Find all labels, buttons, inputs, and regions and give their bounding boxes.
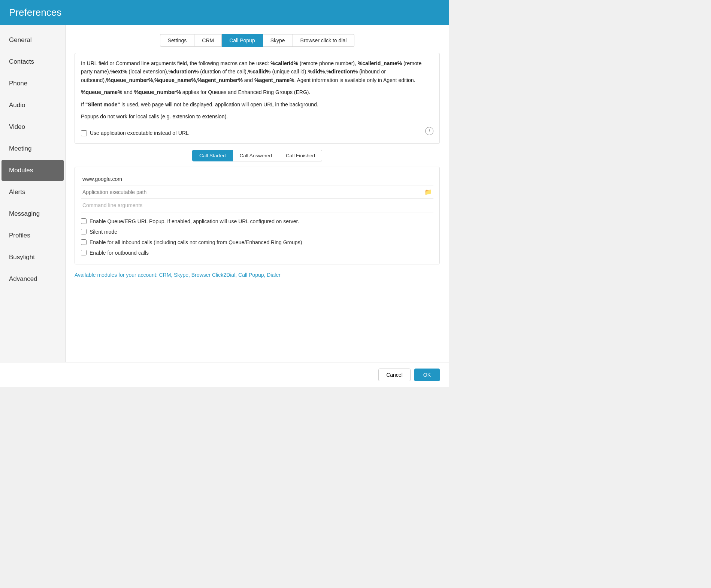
cmd-args-input[interactable] — [81, 199, 433, 211]
sidebar-item-contacts[interactable]: Contacts — [1, 51, 64, 72]
silent-mode-option: Silent mode — [81, 227, 433, 237]
enable-queue-checkbox[interactable] — [81, 218, 87, 224]
bottom-actions: Cancel OK — [0, 362, 449, 387]
enable-outbound-checkbox[interactable] — [81, 250, 87, 255]
sidebar-item-alerts[interactable]: Alerts — [1, 182, 64, 203]
sidebar-item-profiles[interactable]: Profiles — [1, 225, 64, 246]
enable-inbound-label: Enable for all inbound calls (including … — [90, 239, 302, 245]
sidebar-item-busylight[interactable]: Busylight — [1, 247, 64, 268]
info-para1: In URL field or Command line arguments f… — [81, 59, 433, 84]
sidebar-item-messaging[interactable]: Messaging — [1, 203, 64, 224]
inner-tab-callanswered[interactable]: Call Answered — [233, 150, 279, 161]
use-app-exe-checkbox[interactable] — [81, 130, 87, 136]
tab-crm[interactable]: CRM — [194, 34, 222, 47]
call-popup-form: 📁 Enable Queue/ERG URL Popup. If enabled… — [75, 167, 440, 264]
enable-outbound-option: Enable for outbound calls — [81, 248, 433, 258]
main-tab-bar: Settings CRM Call Popup Skype Browser cl… — [75, 34, 440, 47]
silent-mode-checkbox[interactable] — [81, 229, 87, 234]
inner-tab-bar: Call Started Call Answered Call Finished — [75, 150, 440, 161]
sidebar-item-advanced[interactable]: Advanced — [1, 269, 64, 290]
info-para2: %queue_name% and %queue_number% applies … — [81, 88, 433, 96]
sidebar-item-audio[interactable]: Audio — [1, 95, 64, 116]
enable-outbound-label: Enable for outbound calls — [90, 250, 149, 256]
inner-tab-callfinished[interactable]: Call Finished — [279, 150, 322, 161]
tab-callpopup[interactable]: Call Popup — [222, 34, 263, 47]
use-app-exe-row: Use application executable instead of UR… — [81, 129, 425, 137]
app-exe-row: 📁 — [81, 186, 433, 198]
cancel-button[interactable]: Cancel — [378, 369, 411, 381]
enable-queue-option: Enable Queue/ERG URL Popup. If enabled, … — [81, 216, 433, 227]
page-title: Preferences — [9, 7, 61, 18]
sidebar: General Contacts Phone Audio Video Meeti… — [0, 25, 66, 362]
sidebar-item-video[interactable]: Video — [1, 116, 64, 137]
sidebar-item-meeting[interactable]: Meeting — [1, 138, 64, 159]
ok-button[interactable]: OK — [414, 369, 440, 381]
info-para4: Popups do not work for local calls (e.g.… — [81, 112, 433, 121]
available-modules: Available modules for your account: CRM,… — [75, 272, 440, 278]
enable-inbound-option: Enable for all inbound calls (including … — [81, 237, 433, 248]
url-input[interactable] — [81, 173, 433, 185]
content-area: Settings CRM Call Popup Skype Browser cl… — [66, 25, 449, 362]
sidebar-item-phone[interactable]: Phone — [1, 73, 64, 94]
tab-browserclick[interactable]: Browser click to dial — [293, 34, 355, 47]
sidebar-item-general[interactable]: General — [1, 30, 64, 51]
enable-inbound-checkbox[interactable] — [81, 239, 87, 245]
info-para3: If "Silent mode" is used, web page will … — [81, 100, 433, 109]
silent-mode-label: Silent mode — [90, 229, 117, 235]
app-exe-input[interactable] — [81, 186, 423, 198]
app-header: Preferences — [0, 0, 449, 25]
use-app-exe-label: Use application executable instead of UR… — [90, 129, 189, 137]
tab-settings[interactable]: Settings — [160, 34, 195, 47]
enable-queue-label: Enable Queue/ERG URL Popup. If enabled, … — [90, 218, 299, 224]
info-panel: In URL field or Command line arguments f… — [75, 53, 440, 144]
sidebar-item-modules[interactable]: Modules — [1, 160, 64, 181]
info-icon[interactable]: i — [425, 127, 433, 135]
folder-icon[interactable]: 📁 — [423, 187, 433, 197]
tab-skype[interactable]: Skype — [263, 34, 293, 47]
inner-tab-callstarted[interactable]: Call Started — [192, 150, 233, 161]
